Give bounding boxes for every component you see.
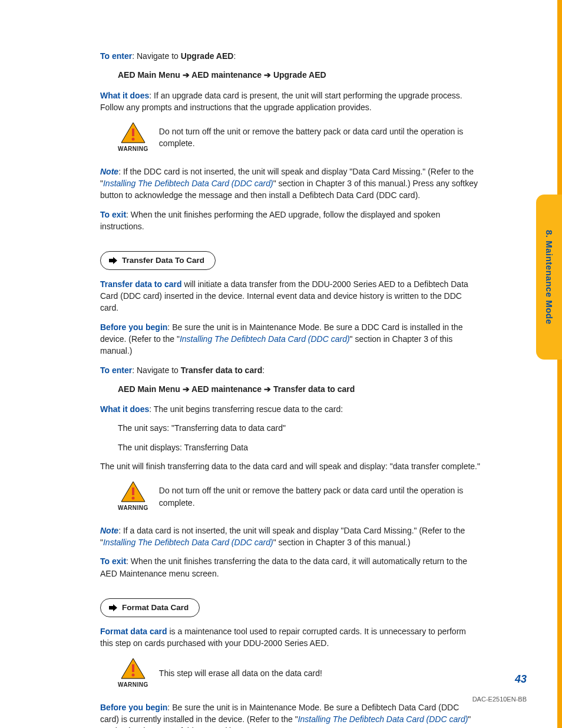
chapter-tab-label: 8. Maintenance Mode (543, 230, 556, 324)
arrow-icon: ➔ (183, 384, 191, 394)
what-text: : If an upgrade data card is present, th… (100, 91, 462, 112)
svg-point-8 (131, 674, 134, 677)
crumb-c: Transfer data to card (273, 384, 355, 394)
installing-ddc-link[interactable]: Installing The Defibtech Data Card (DDC … (103, 538, 273, 547)
note-paragraph: Note: If the DDC card is not inserted, t… (100, 166, 480, 202)
arrow-right-icon (109, 604, 117, 611)
to-enter-target: Transfer data to card (181, 365, 263, 375)
subheading-format: Format Data Card (100, 598, 200, 617)
svg-point-5 (131, 497, 134, 500)
warning-text: This step will erase all data on the dat… (159, 667, 322, 679)
crumb-c: Upgrade AED (273, 70, 326, 80)
crumb-a: AED Main Menu (118, 70, 180, 80)
warning-block: WARNING Do not turn off the unit or remo… (118, 480, 480, 513)
breadcrumb-upgrade: AED Main Menu ➔ AED maintenance ➔ Upgrad… (118, 69, 480, 81)
warning-label: WARNING (118, 145, 148, 154)
subheading-transfer: Transfer Data To Card (100, 251, 216, 270)
transfer-label: Transfer data to card (100, 279, 182, 289)
document-id: DAC-E2510EN-BB (472, 695, 527, 704)
what-label: What it does (100, 404, 149, 414)
warning-block: WARNING Do not turn off the unit or remo… (118, 121, 480, 154)
note-label: Note (100, 167, 118, 176)
svg-rect-1 (132, 129, 134, 136)
warning-block: WARNING This step will erase all data on… (118, 657, 480, 690)
page-content: To enter: Navigate to Upgrade AED: AED M… (0, 0, 533, 728)
to-exit-text: : When the unit finishes performing the … (100, 210, 440, 231)
warning-text: Do not turn off the unit or remove the b… (159, 126, 480, 150)
warning-label: WARNING (118, 681, 148, 690)
transfer-intro: Transfer data to card will initiate a da… (100, 278, 480, 314)
installing-ddc-link[interactable]: Installing The Defibtech Data Card (DDC … (180, 334, 350, 344)
to-enter-line: To enter: Navigate to Transfer data to c… (100, 364, 480, 376)
arrow-icon: ➔ (264, 384, 273, 394)
arrow-icon: ➔ (183, 70, 191, 80)
note-paragraph: Note: If a data card is not inserted, th… (100, 525, 480, 549)
arrow-right-icon (109, 257, 117, 264)
before-label: Before you begin (100, 322, 167, 332)
chapter-tab: 8. Maintenance Mode (536, 195, 562, 360)
before-you-begin: Before you begin: Be sure the unit is in… (100, 701, 480, 728)
to-enter-text: : Navigate to (132, 365, 181, 375)
warning-icon: WARNING (118, 121, 148, 154)
to-exit: To exit: When the unit finishes transfer… (100, 555, 480, 579)
what-text: : The unit begins transferring rescue da… (149, 404, 343, 414)
note-label: Note (100, 526, 118, 535)
to-enter-line: To enter: Navigate to Upgrade AED: (100, 50, 480, 62)
what-it-does: What it does: If an upgrade data card is… (100, 90, 480, 114)
installing-ddc-link[interactable]: Installing The Defibtech Data Card (DDC … (298, 714, 468, 724)
svg-rect-4 (132, 487, 134, 495)
crumb-b: AED maintenance (191, 70, 262, 80)
format-intro: Format data card is a maintenance tool u… (100, 625, 480, 650)
note-text-b: " section in Chapter 3 of this manual.) (273, 538, 411, 547)
to-enter-label: To enter (100, 51, 132, 61)
warning-text: Do not turn off the unit or remove the b… (159, 485, 480, 509)
before-you-begin: Before you begin: Be sure the unit is in… (100, 321, 480, 357)
subheading-text: Format Data Card (122, 602, 189, 614)
warning-label: WARNING (118, 504, 148, 513)
warning-icon: WARNING (118, 657, 148, 690)
arrow-icon: ➔ (264, 70, 273, 80)
warning-icon: WARNING (118, 480, 148, 513)
before-label: Before you begin (100, 703, 167, 712)
crumb-b: AED maintenance (191, 384, 262, 394)
transfer-finish: The unit will finish transferring data t… (100, 460, 480, 472)
to-exit-label: To exit (100, 556, 126, 566)
unit-says: The unit says: "Transferring data to dat… (118, 422, 480, 434)
installing-ddc-link[interactable]: Installing The Defibtech Data Card (DDC … (103, 179, 273, 188)
to-enter-text: : Navigate to (132, 51, 181, 61)
to-enter-target: Upgrade AED (181, 51, 234, 61)
to-exit-text: : When the unit finishes transferring th… (100, 556, 467, 578)
unit-displays: The unit displays: Transferring Data (118, 442, 480, 453)
what-it-does: What it does: The unit begins transferri… (100, 403, 480, 415)
breadcrumb-transfer: AED Main Menu ➔ AED maintenance ➔ Transf… (118, 383, 480, 395)
to-exit: To exit: When the unit finishes performi… (100, 209, 480, 233)
to-exit-label: To exit (100, 210, 126, 219)
what-label: What it does (100, 91, 149, 100)
crumb-a: AED Main Menu (118, 384, 180, 394)
page-number: 43 (515, 671, 527, 687)
svg-point-2 (131, 138, 134, 141)
page-edge-bar (557, 0, 562, 728)
subheading-text: Transfer Data To Card (122, 255, 204, 266)
to-enter-label: To enter (100, 365, 132, 375)
svg-rect-7 (132, 664, 134, 672)
format-label: Format data card (100, 627, 167, 636)
